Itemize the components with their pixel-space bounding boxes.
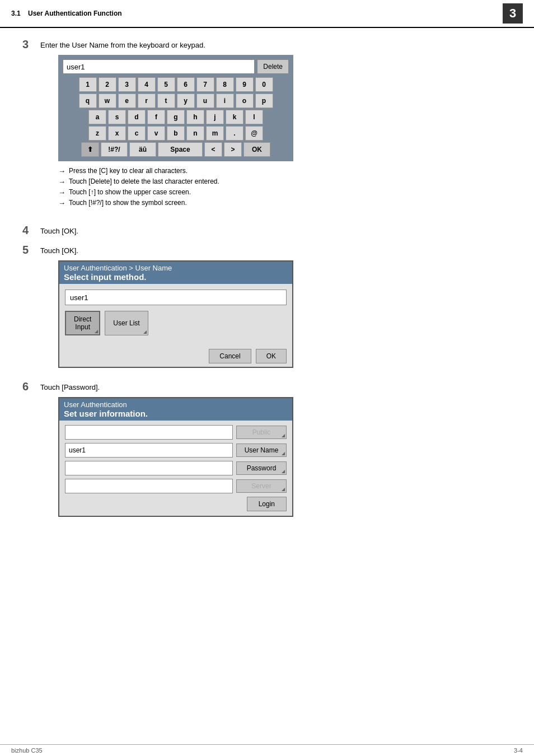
kb-accents-key[interactable]: äū [129,142,156,157]
user-list-button[interactable]: User List [105,311,148,335]
kb-key-v[interactable]: v [147,126,165,141]
kb-greater-key[interactable]: > [224,142,242,157]
direct-input-button[interactable]: DirectInput [65,311,100,335]
section-title: 3.1 User Authentication Function [11,10,122,17]
kb-key-q[interactable]: q [79,94,97,108]
user-info-header-title: Set user information. [64,409,288,418]
user-info-row-server: Server [65,479,287,493]
kb-key-h[interactable]: h [186,110,204,124]
step-6-num: 6 [22,380,40,393]
kb-space-key[interactable]: Space [158,142,203,157]
password-label-btn[interactable]: Password [236,461,287,475]
kb-key-5[interactable]: 5 [157,77,175,92]
kb-row-numbers: 1 2 3 4 5 6 7 8 9 0 [63,77,289,92]
kb-key-8[interactable]: 8 [216,77,234,92]
kb-key-j[interactable]: j [206,110,224,124]
kb-key-4[interactable]: 4 [138,77,156,92]
kb-key-u[interactable]: u [196,94,214,108]
username-label-btn[interactable]: User Name [236,444,287,457]
kb-key-2[interactable]: 2 [99,77,116,92]
user-info-header-sub: User Authentication [64,400,288,409]
kb-key-g[interactable]: g [167,110,185,124]
step-6-row: 6 Touch [Password]. User Authentication … [22,381,512,522]
kb-input-field[interactable] [63,59,255,74]
kb-key-c[interactable]: c [128,126,146,141]
note-arrow-2: → [58,178,65,186]
kb-key-at[interactable]: @ [245,126,263,141]
kb-key-p[interactable]: p [255,94,273,108]
step-4-text: Touch [OK]. [40,227,512,235]
kb-key-k[interactable]: k [226,110,243,124]
cancel-button[interactable]: Cancel [209,349,251,363]
kb-key-9[interactable]: 9 [236,77,254,92]
kb-key-x[interactable]: x [108,126,126,141]
dialog-header-title: Select input method. [64,272,288,282]
kb-key-1[interactable]: 1 [79,77,97,92]
kb-symbols-key[interactable]: !#?/ [101,142,128,157]
kb-key-e[interactable]: e [118,94,136,108]
dialog-buttons-row: DirectInput User List [65,311,287,335]
kb-key-m[interactable]: m [206,126,224,141]
kb-row-zxcv: z x c v b n m . @ [63,126,289,141]
password-input[interactable] [65,461,233,475]
section-num: 3.1 [11,10,21,17]
step-6-content: Touch [Password]. User Authentication Se… [40,381,512,522]
step-4-row: 4 Touch [OK]. [22,225,512,237]
kb-key-f[interactable]: f [147,110,165,124]
kb-key-o[interactable]: o [236,94,254,108]
kb-key-3[interactable]: 3 [118,77,136,92]
kb-key-w[interactable]: w [99,94,116,108]
section-label: User Authentication Function [28,10,122,17]
kb-row-qwerty: q w e r t y u i o p [63,94,289,108]
kb-key-s[interactable]: s [108,110,126,124]
kb-key-n[interactable]: n [186,126,204,141]
server-input [65,479,233,493]
ok-button[interactable]: OK [256,349,287,363]
top-bar: 3.1 User Authentication Function 3 [0,0,534,28]
step-4-num: 4 [22,224,40,237]
select-input-dialog: User Authentication > User Name Select i… [58,260,293,368]
kb-key-7[interactable]: 7 [196,77,214,92]
user-info-header: User Authentication Set user information… [59,398,292,421]
step-3-text: Enter the User Name from the keyboard or… [40,41,512,49]
kb-key-0[interactable]: 0 [255,77,273,92]
note-text-4: Touch [!#?/] to show the symbol screen. [69,199,187,207]
kb-key-d[interactable]: d [128,110,146,124]
note-3: → Touch [↑] to show the upper case scree… [58,188,512,197]
step-3-content: Enter the User Name from the keyboard or… [40,39,512,217]
username-input[interactable]: user1 [65,443,233,458]
kb-key-l[interactable]: l [245,110,263,124]
kb-key-b[interactable]: b [167,126,185,141]
notes-list: → Press the [C] key to clear all charact… [58,167,512,207]
public-label-btn: Public [236,426,287,439]
dialog-input-field: user1 [65,290,287,305]
kb-ok-key[interactable]: OK [243,142,270,157]
server-label-btn: Server [236,479,287,493]
chapter-badge: 3 [503,3,523,24]
login-button[interactable]: Login [247,497,287,511]
kb-key-t[interactable]: t [157,94,175,108]
step-3-row: 3 Enter the User Name from the keyboard … [22,39,512,217]
kb-shift-key[interactable]: ⬆ [81,142,99,157]
kb-key-dot[interactable]: . [226,126,243,141]
kb-key-z[interactable]: z [88,126,106,141]
footer-left: bizhub C35 [11,747,43,754]
kb-bottom-row: ⬆ !#?/ äū Space < > OK [63,142,289,157]
note-arrow-4: → [58,199,65,207]
user-info-row-password: Password [65,461,287,475]
user-info-row-public: Public [65,425,287,440]
step-5-text: Touch [OK]. [40,246,512,255]
kb-key-y[interactable]: y [177,94,195,108]
dialog-header: User Authentication > User Name Select i… [59,262,292,284]
user-info-row-username: user1 User Name [65,443,287,458]
kb-key-a[interactable]: a [88,110,106,124]
kb-key-i[interactable]: i [216,94,234,108]
kb-key-6[interactable]: 6 [177,77,195,92]
login-row: Login [65,497,287,511]
note-arrow-1: → [58,167,65,175]
kb-delete-button[interactable]: Delete [257,59,289,74]
note-arrow-3: → [58,188,65,197]
note-text-2: Touch [Delete] to delete the last charac… [69,178,219,185]
kb-less-key[interactable]: < [204,142,222,157]
kb-key-r[interactable]: r [138,94,156,108]
